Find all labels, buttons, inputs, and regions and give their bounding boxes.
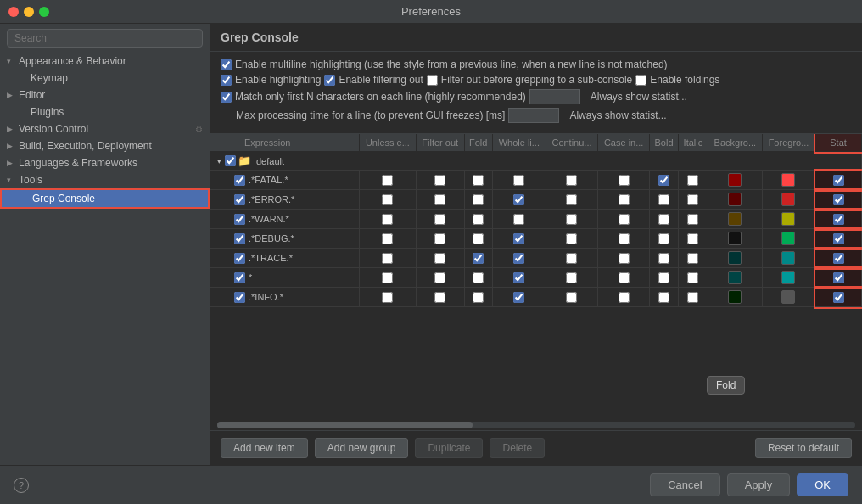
fatal-fg-color[interactable]: [781, 173, 795, 187]
ok-button[interactable]: OK: [797, 473, 848, 496]
fatal-filterout-check[interactable]: [434, 175, 445, 186]
warn-unless-check[interactable]: [382, 214, 393, 225]
debug-filterout-check[interactable]: [434, 233, 445, 244]
debug-checkbox[interactable]: [234, 233, 245, 244]
fatal-italic-check[interactable]: [687, 175, 698, 186]
sidebar-item-build[interactable]: ▶ Build, Execution, Deployment: [0, 137, 210, 154]
sidebar-item-languages[interactable]: ▶ Languages & Frameworks: [0, 154, 210, 171]
warn-fg-color[interactable]: [781, 212, 795, 226]
debug-wholeline-check[interactable]: [513, 233, 524, 244]
trace-checkbox[interactable]: [234, 253, 245, 264]
warn-continuous-check[interactable]: [566, 214, 577, 225]
group-checkbox[interactable]: [225, 155, 236, 166]
enable-foldings-checkbox[interactable]: [635, 75, 646, 86]
apply-button[interactable]: Apply: [727, 473, 791, 496]
debug-unless-check[interactable]: [382, 233, 393, 244]
highlighting-checkbox[interactable]: [221, 75, 232, 86]
star-checkbox[interactable]: [234, 272, 245, 283]
warn-casein-check[interactable]: [619, 214, 630, 225]
star-casein-check[interactable]: [619, 272, 630, 283]
multiline-checkbox[interactable]: [221, 59, 232, 70]
error-continuous-check[interactable]: [566, 194, 577, 205]
trace-continuous-check[interactable]: [566, 253, 577, 264]
trace-casein-check[interactable]: [619, 253, 630, 264]
info-italic-check[interactable]: [687, 292, 698, 303]
info-fold-check[interactable]: [473, 292, 484, 303]
reset-button[interactable]: Reset to default: [755, 438, 852, 458]
debug-bg-color[interactable]: [728, 232, 742, 245]
warn-bold-check[interactable]: [658, 214, 669, 225]
star-wholeline-check[interactable]: [513, 272, 524, 283]
star-filterout-check[interactable]: [434, 272, 445, 283]
info-fg-color[interactable]: [781, 290, 795, 304]
info-wholeline-check[interactable]: [513, 292, 524, 303]
star-stat-check[interactable]: [833, 272, 844, 283]
add-group-button[interactable]: Add new group: [315, 438, 409, 458]
error-italic-check[interactable]: [687, 194, 698, 205]
star-fold-check[interactable]: [473, 272, 484, 283]
sidebar-item-editor[interactable]: ▶ Editor: [0, 87, 210, 104]
debug-fg-color[interactable]: [781, 232, 795, 245]
trace-fold-check[interactable]: [473, 253, 484, 264]
info-stat-check[interactable]: [833, 292, 844, 303]
search-input[interactable]: [7, 29, 203, 48]
warn-bg-color[interactable]: [728, 212, 742, 226]
trace-wholeline-check[interactable]: [513, 253, 524, 264]
error-bold-check[interactable]: [658, 194, 669, 205]
error-fg-color[interactable]: [781, 193, 795, 206]
warn-filterout-check[interactable]: [434, 214, 445, 225]
group-arrow[interactable]: ▾: [217, 157, 221, 165]
add-item-button[interactable]: Add new item: [221, 438, 308, 458]
horizontal-scrollbar[interactable]: [217, 422, 855, 428]
match-checkbox[interactable]: [221, 92, 232, 103]
trace-stat-check[interactable]: [833, 253, 844, 264]
maxtime-value[interactable]: 1000: [508, 108, 559, 123]
debug-stat-check[interactable]: [833, 233, 844, 244]
fatal-unless-check[interactable]: [382, 175, 393, 186]
fatal-wholeline-check[interactable]: [513, 175, 524, 186]
star-bold-check[interactable]: [658, 272, 669, 283]
debug-fold-check[interactable]: [473, 233, 484, 244]
error-fold-check[interactable]: [473, 194, 484, 205]
error-filterout-check[interactable]: [434, 194, 445, 205]
minimize-button[interactable]: [24, 7, 34, 17]
debug-casein-check[interactable]: [619, 233, 630, 244]
sidebar-item-appearance[interactable]: ▾ Appearance & Behavior: [0, 53, 210, 70]
debug-continuous-check[interactable]: [566, 233, 577, 244]
error-bg-color[interactable]: [728, 193, 742, 206]
trace-fg-color[interactable]: [781, 251, 795, 265]
sidebar-item-keymap[interactable]: Keymap: [0, 70, 210, 87]
info-unless-check[interactable]: [382, 292, 393, 303]
warn-italic-check[interactable]: [687, 214, 698, 225]
trace-bg-color[interactable]: [728, 251, 742, 265]
info-checkbox[interactable]: [234, 292, 245, 303]
close-button[interactable]: [8, 7, 19, 17]
star-continuous-check[interactable]: [566, 272, 577, 283]
fatal-checkbox[interactable]: [234, 175, 245, 186]
fatal-bold-check[interactable]: [658, 175, 669, 186]
star-unless-check[interactable]: [382, 272, 393, 283]
trace-unless-check[interactable]: [382, 253, 393, 264]
warn-stat-check[interactable]: [833, 214, 844, 225]
filter-out-checkbox[interactable]: [324, 75, 335, 86]
trace-italic-check[interactable]: [687, 253, 698, 264]
error-checkbox[interactable]: [234, 194, 245, 205]
star-bg-color[interactable]: [728, 271, 742, 284]
error-wholeline-check[interactable]: [513, 194, 524, 205]
debug-italic-check[interactable]: [687, 233, 698, 244]
delete-button[interactable]: Delete: [490, 438, 545, 458]
info-bg-color[interactable]: [728, 290, 742, 304]
info-bold-check[interactable]: [658, 292, 669, 303]
info-continuous-check[interactable]: [566, 292, 577, 303]
fatal-stat-check[interactable]: [833, 175, 844, 186]
error-casein-check[interactable]: [619, 194, 630, 205]
warn-checkbox[interactable]: [234, 214, 245, 225]
sidebar-item-tools[interactable]: ▾ Tools: [0, 171, 210, 188]
cancel-button[interactable]: Cancel: [650, 473, 719, 496]
fatal-casein-check[interactable]: [619, 175, 630, 186]
duplicate-button[interactable]: Duplicate: [415, 438, 483, 458]
maximize-button[interactable]: [39, 7, 49, 17]
sidebar-item-grep-console[interactable]: Grep Console: [0, 188, 210, 209]
sidebar-item-plugins[interactable]: Plugins: [0, 104, 210, 120]
error-stat-check[interactable]: [833, 194, 844, 205]
